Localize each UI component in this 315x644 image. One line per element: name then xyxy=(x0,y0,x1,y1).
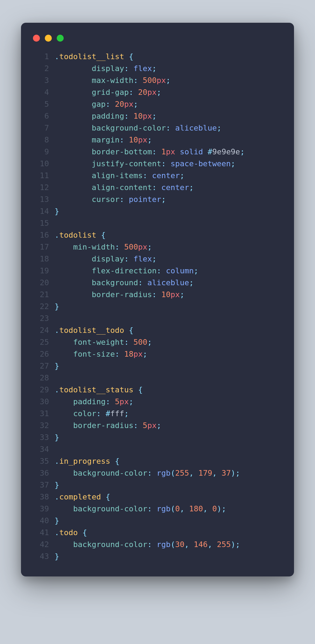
token-prop: border-radius xyxy=(92,290,152,299)
token-punct: { xyxy=(115,457,119,465)
line-number: 12 xyxy=(32,182,49,194)
token-punct: : xyxy=(124,64,129,73)
token-punct: ; xyxy=(166,76,170,85)
code-line[interactable]: font-weight: 500; xyxy=(55,336,283,348)
token-punct: : xyxy=(147,540,152,549)
code-line[interactable] xyxy=(55,313,283,324)
code-line[interactable] xyxy=(55,443,283,455)
token-ws xyxy=(156,183,161,192)
line-number: 16 xyxy=(32,229,49,241)
code-line[interactable]: background: aliceblue; xyxy=(55,277,283,289)
code-line[interactable]: padding: 5px; xyxy=(55,396,283,408)
token-punct: : xyxy=(124,254,129,263)
code-line[interactable]: border-bottom: 1px solid #9e9e9e; xyxy=(55,146,283,158)
token-hex: fff xyxy=(110,409,124,418)
token-value: space-between xyxy=(170,159,231,168)
line-number: 41 xyxy=(32,527,49,539)
token-prop: min-width xyxy=(73,243,115,251)
code-line[interactable]: } xyxy=(55,360,283,372)
line-number: 9 xyxy=(32,146,49,158)
token-punct: { xyxy=(129,326,133,335)
code-line[interactable]: } xyxy=(55,205,283,217)
minimize-icon[interactable] xyxy=(45,35,52,42)
line-number: 34 xyxy=(32,443,49,455)
token-punct: } xyxy=(55,302,59,311)
code-line[interactable]: grid-gap: 20px; xyxy=(55,86,283,98)
code-line[interactable]: .todolist { xyxy=(55,229,283,241)
token-ws xyxy=(129,254,133,263)
code-line[interactable]: padding: 10px; xyxy=(55,110,283,122)
code-line[interactable]: max-width: 500px; xyxy=(55,75,283,86)
token-punct: : xyxy=(166,124,170,132)
code-line[interactable]: .in_progress { xyxy=(55,455,283,467)
code-line[interactable]: .completed { xyxy=(55,491,283,503)
code-line[interactable]: } xyxy=(55,432,283,443)
code-line[interactable]: cursor: pointer; xyxy=(55,194,283,205)
close-icon[interactable] xyxy=(33,35,40,42)
code-line[interactable]: align-content: center; xyxy=(55,182,283,194)
line-number: 21 xyxy=(32,289,49,301)
code-line[interactable]: } xyxy=(55,515,283,527)
code-line[interactable]: background-color: aliceblue; xyxy=(55,122,283,134)
code-line[interactable]: } xyxy=(55,479,283,491)
code-line[interactable]: display: flex; xyxy=(55,253,283,265)
token-ws xyxy=(124,52,129,61)
code-line[interactable]: .todolist__list { xyxy=(55,51,283,63)
token-ws xyxy=(152,540,156,549)
token-num: 10 xyxy=(161,290,171,299)
token-punct: } xyxy=(55,207,59,216)
code-line[interactable] xyxy=(55,217,283,229)
code-line[interactable]: .todolist__status { xyxy=(55,384,283,396)
code-line[interactable]: } xyxy=(55,301,283,313)
code-line[interactable]: } xyxy=(55,551,283,562)
token-ws xyxy=(110,100,115,108)
code-line[interactable]: flex-direction: column; xyxy=(55,265,283,277)
token-num: 500 xyxy=(124,243,138,251)
token-unit: px xyxy=(147,421,157,430)
code-line[interactable]: font-size: 18px; xyxy=(55,348,283,360)
token-punct: ; xyxy=(152,254,156,263)
token-ws xyxy=(133,88,138,97)
token-num: 146 xyxy=(194,540,208,549)
zoom-icon[interactable] xyxy=(57,35,64,42)
code-line[interactable]: margin: 10px; xyxy=(55,134,283,146)
code-line[interactable]: background-color: rgb(30, 146, 255); xyxy=(55,539,283,551)
token-num: 10 xyxy=(129,135,138,144)
token-ws xyxy=(175,147,180,156)
code-line[interactable]: .todolist__todo { xyxy=(55,324,283,336)
token-punct: , xyxy=(184,540,189,549)
code-line[interactable]: display: flex; xyxy=(55,63,283,75)
token-ws xyxy=(184,504,189,513)
token-punct: { xyxy=(106,492,110,501)
token-num: 0 xyxy=(175,504,180,513)
token-punct: ( xyxy=(170,504,175,513)
token-value: flex xyxy=(133,254,152,263)
line-number: 31 xyxy=(32,408,49,420)
code-line[interactable]: gap: 20px; xyxy=(55,98,283,110)
code-editor[interactable]: 1.todolist__list {2 display: flex;3 max-… xyxy=(32,51,283,562)
token-punct: : xyxy=(161,159,166,168)
line-number: 36 xyxy=(32,467,49,479)
code-line[interactable]: min-width: 500px; xyxy=(55,241,283,253)
code-line[interactable]: background-color: rgb(255, 179, 37); xyxy=(55,467,283,479)
token-punct: ; xyxy=(147,338,152,346)
token-num: 500 xyxy=(143,76,157,85)
token-punct: { xyxy=(138,385,142,394)
code-line[interactable]: align-items: center; xyxy=(55,170,283,182)
code-line[interactable]: color: #fff; xyxy=(55,408,283,420)
token-prop: margin xyxy=(92,135,119,144)
token-hash: # xyxy=(106,409,110,418)
token-prop: background xyxy=(92,278,138,287)
code-line[interactable]: .todo { xyxy=(55,527,283,539)
token-punct: . xyxy=(55,231,59,239)
token-punct: , xyxy=(203,504,208,513)
line-number: 5 xyxy=(32,98,49,110)
code-line[interactable]: justify-content: space-between; xyxy=(55,158,283,170)
code-line[interactable] xyxy=(55,372,283,384)
line-number: 22 xyxy=(32,301,49,313)
code-line[interactable]: border-radius: 10px; xyxy=(55,289,283,301)
token-punct: ; xyxy=(133,100,138,108)
line-number: 24 xyxy=(32,324,49,336)
code-line[interactable]: background-color: rgb(0, 180, 0); xyxy=(55,503,283,515)
code-line[interactable]: border-radius: 5px; xyxy=(55,420,283,432)
